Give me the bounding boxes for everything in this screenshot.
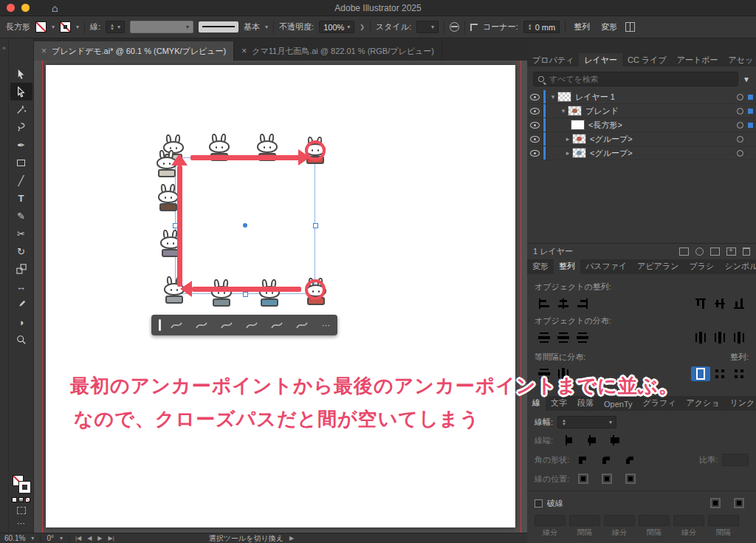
dash-value-field[interactable] (673, 515, 704, 526)
context-taskbar[interactable]: ⋯ (151, 315, 337, 335)
tab-actions[interactable]: アクショ (681, 395, 725, 411)
transform-panel-button[interactable]: 変形 (598, 20, 620, 34)
new-sublayer-icon[interactable] (710, 247, 720, 256)
visibility-toggle[interactable] (527, 104, 543, 117)
anchor-point[interactable] (243, 292, 248, 297)
distribute-right-button[interactable] (729, 330, 749, 345)
cap-projecting-button[interactable] (605, 433, 624, 448)
taskbar-more-icon[interactable]: ⋯ (322, 321, 330, 330)
anchor-point[interactable] (313, 223, 318, 228)
layer-name[interactable]: ブレンド (585, 106, 619, 117)
align-center-h-button[interactable] (554, 296, 573, 311)
status-play-icon[interactable]: ▶ (289, 535, 294, 542)
target-circle[interactable] (737, 94, 743, 100)
join-bevel-button[interactable] (621, 452, 640, 467)
miter-ratio-field[interactable] (722, 454, 749, 466)
corner-field[interactable]: ▲▼0 mm (523, 21, 560, 33)
rotation-caret-icon[interactable]: ▾ (60, 536, 63, 542)
stroke-align-outside-button[interactable] (621, 471, 640, 486)
tab-cc-libraries[interactable]: CC ライブ (622, 53, 672, 66)
fill-swatch[interactable] (35, 21, 47, 33)
curve-option-icon[interactable] (217, 318, 236, 332)
rotate-tool[interactable]: ↻ (10, 242, 32, 260)
zoom-level[interactable]: 60.1% (4, 534, 25, 542)
next-artboard-button[interactable]: ▶ (97, 535, 102, 542)
minimize-window-button[interactable] (21, 4, 30, 12)
gap-value-field[interactable] (708, 515, 739, 526)
visibility-toggle[interactable] (527, 146, 543, 160)
zoom-caret-icon[interactable]: ▾ (31, 536, 34, 542)
bunny-character[interactable] (209, 279, 234, 307)
dashed-line-checkbox[interactable] (535, 499, 543, 508)
gap-value-field[interactable] (639, 515, 670, 526)
eyedropper-tool[interactable] (10, 296, 32, 313)
make-mask-icon[interactable] (695, 247, 704, 256)
chevron-right-icon[interactable]: ▸ (563, 149, 572, 157)
stroke-align-inside-button[interactable] (597, 471, 616, 486)
taskbar-handle[interactable] (159, 319, 161, 331)
blend-tool[interactable]: ◑ (10, 313, 32, 331)
first-artboard-button[interactable]: |◀ (75, 535, 81, 542)
home-icon[interactable]: ⌂ (52, 3, 58, 13)
gap-value-field[interactable] (569, 515, 600, 526)
dash-value-field[interactable] (604, 515, 635, 526)
fill-caret-icon[interactable]: ▾ (52, 24, 55, 30)
brush-caret-icon[interactable]: ▾ (265, 24, 268, 30)
selection-chip[interactable] (748, 123, 753, 128)
tab-symbols[interactable]: シンボル (719, 259, 756, 274)
tab-appearance[interactable]: アピアラン (632, 259, 684, 274)
close-tab-icon[interactable]: × (41, 46, 47, 56)
toolbar-more-icon[interactable]: ⋯ (17, 519, 25, 528)
zoom-tool[interactable] (10, 331, 32, 349)
layer-name[interactable]: <グループ> (590, 134, 633, 145)
distribute-top-button[interactable] (535, 330, 554, 345)
filter-icon[interactable]: ▼ (743, 75, 750, 83)
selection-chip[interactable] (748, 95, 753, 100)
align-left-button[interactable] (535, 296, 554, 311)
align-middle-v-button[interactable] (710, 296, 729, 311)
pen-tool[interactable]: ✒ (10, 136, 32, 154)
dash-value-field[interactable] (535, 515, 566, 526)
line-segment-tool[interactable]: ╱ (10, 171, 32, 189)
tab-pathfinder[interactable]: パスファイ (580, 259, 632, 274)
distribute-bottom-button[interactable] (573, 330, 592, 345)
layer-row[interactable]: ▾ ブレンド (527, 104, 756, 118)
distribute-center-h-button[interactable] (710, 330, 729, 345)
scale-tool[interactable] (10, 260, 32, 278)
close-window-button[interactable] (7, 4, 15, 12)
fill-stroke-indicator[interactable] (13, 475, 30, 493)
cap-round-button[interactable] (581, 433, 600, 448)
locate-object-icon[interactable] (679, 247, 689, 256)
dash-preserve-button[interactable] (706, 496, 725, 510)
stroke-swatch[interactable] (60, 21, 71, 33)
magic-wand-tool[interactable] (10, 100, 32, 118)
align-top-button[interactable] (691, 296, 710, 311)
chevron-down-icon[interactable]: ▾ (549, 93, 557, 100)
align-to-selection-button[interactable] (710, 366, 729, 381)
target-circle[interactable] (737, 122, 743, 129)
bunny-character[interactable] (257, 279, 282, 307)
document-tab-1[interactable]: × ブレンドデモ.ai* @ 60.1 % (CMYK/プレビュー) (34, 41, 234, 61)
dash-align-button[interactable] (729, 496, 749, 510)
lasso-tool[interactable] (10, 118, 32, 136)
layer-name[interactable]: レイヤー 1 (575, 92, 615, 103)
curve-option-icon[interactable] (292, 318, 312, 332)
prev-artboard-button[interactable]: ◀ (87, 535, 92, 542)
target-circle[interactable] (737, 150, 743, 157)
visibility-toggle[interactable] (527, 90, 543, 103)
distribute-center-v-button[interactable] (554, 330, 573, 345)
layer-row[interactable]: ▸ <グループ> (527, 146, 756, 160)
document-tab-2[interactable]: × クマ11月七面鳥.ai @ 822.01 % (RGB/プレビュー) (234, 41, 442, 61)
tab-assets[interactable]: アセットの (724, 53, 756, 66)
join-miter-button[interactable] (574, 452, 593, 467)
layers-search-input[interactable] (548, 74, 733, 84)
layer-name[interactable]: <長方形> (588, 120, 622, 131)
tab-artboards[interactable]: アートボー (672, 53, 724, 66)
curve-option-icon[interactable] (167, 318, 186, 332)
layer-name[interactable]: <グループ> (590, 148, 633, 159)
close-tab-icon[interactable]: × (241, 46, 247, 56)
delete-layer-icon[interactable] (743, 247, 750, 256)
align-right-button[interactable] (573, 296, 592, 311)
style-dropdown[interactable]: ▾ (416, 21, 439, 33)
align-to-key-object-button[interactable] (729, 366, 749, 381)
